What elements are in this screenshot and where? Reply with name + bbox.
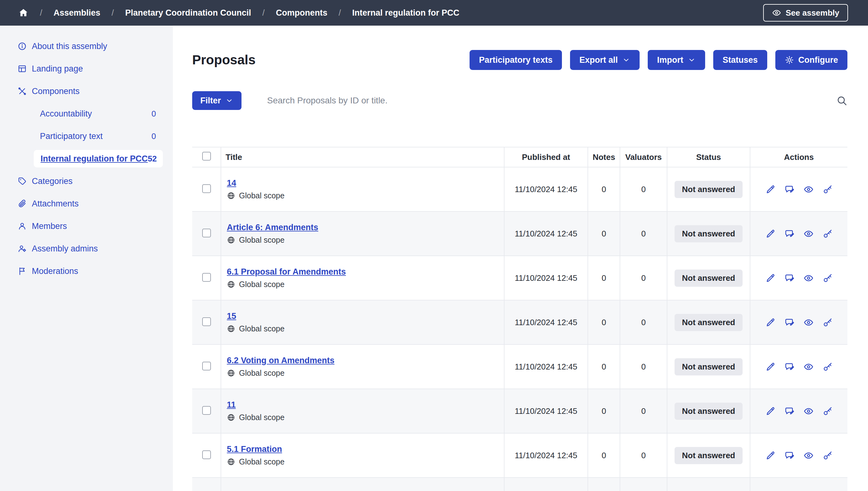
proposal-scope: Global scope <box>227 457 504 466</box>
pencil-icon[interactable] <box>765 406 776 416</box>
column-header-status: Status <box>667 147 750 167</box>
pencil-icon[interactable] <box>765 273 776 283</box>
table-row: 12 <box>192 478 847 491</box>
chat-answer-icon[interactable] <box>784 317 795 328</box>
pencil-icon[interactable] <box>765 229 776 239</box>
sidebar-item-landing-page[interactable]: Landing page <box>0 57 173 80</box>
chevron-down-icon <box>688 56 696 64</box>
configure-button[interactable]: Configure <box>775 50 848 70</box>
pencil-icon[interactable] <box>765 317 776 328</box>
row-checkbox[interactable] <box>202 451 211 459</box>
notes-count: 0 <box>601 318 606 327</box>
status-badge: Not answered <box>675 358 743 375</box>
import-button[interactable]: Import <box>648 50 705 70</box>
breadcrumb-assembly-name[interactable]: Planetary Coordination Council <box>125 8 251 18</box>
pencil-icon[interactable] <box>765 451 776 461</box>
sidebar-item-about[interactable]: About this assembly <box>0 35 173 57</box>
gear-icon <box>785 55 794 65</box>
key-icon[interactable] <box>823 406 833 416</box>
key-icon[interactable] <box>823 451 833 461</box>
count-badge: 0 <box>152 132 156 141</box>
sidebar-item-categories[interactable]: Categories <box>0 170 173 193</box>
sidebar-item-components[interactable]: Components <box>0 80 173 103</box>
proposal-scope: Global scope <box>227 369 504 378</box>
statuses-button[interactable]: Statuses <box>713 50 767 70</box>
proposal-title-link[interactable]: 11 <box>227 400 236 410</box>
sidebar-item-internal-regulation[interactable]: Internal regulation for PCC 52 <box>34 150 163 167</box>
eye-icon[interactable] <box>803 451 814 461</box>
search-input[interactable] <box>267 95 836 106</box>
globe-icon <box>227 458 235 466</box>
proposal-title-link[interactable]: 14 <box>227 178 236 188</box>
key-icon[interactable] <box>823 229 833 239</box>
filter-button[interactable]: Filter <box>192 91 242 110</box>
proposals-table-body: 14 Global scope 11/10/2024 12:45 0 0 Not… <box>192 167 847 491</box>
breadcrumb-assemblies[interactable]: Assemblies <box>54 8 100 18</box>
notes-count: 0 <box>601 184 606 194</box>
breadcrumb-current-component[interactable]: Internal regulation for PCC <box>352 8 460 18</box>
sidebar-item-participatory-text[interactable]: Participatory text 0 <box>0 125 173 147</box>
status-badge: Not answered <box>675 269 743 287</box>
select-all-checkbox[interactable] <box>202 152 211 161</box>
sidebar-item-attachments[interactable]: Attachments <box>0 193 173 215</box>
pencil-icon[interactable] <box>765 362 776 372</box>
key-icon[interactable] <box>823 317 833 328</box>
eye-icon[interactable] <box>803 273 814 283</box>
proposal-title-link[interactable]: 5.1 Formation <box>227 444 282 454</box>
tools-icon <box>18 87 27 96</box>
sidebar-item-assembly-admins[interactable]: Assembly admins <box>0 237 173 260</box>
eye-icon[interactable] <box>803 362 814 372</box>
published-at-value: 11/10/2024 12:45 <box>515 362 577 371</box>
eye-icon[interactable] <box>803 406 814 416</box>
pencil-icon[interactable] <box>765 184 776 195</box>
chat-answer-icon[interactable] <box>784 229 795 239</box>
status-badge: Not answered <box>675 403 743 420</box>
key-icon[interactable] <box>823 273 833 283</box>
proposal-title-link[interactable]: 6.2 Voting on Amendments <box>227 356 335 366</box>
breadcrumb-components[interactable]: Components <box>276 8 327 18</box>
table-row: 11 Global scope 11/10/2024 12:45 0 0 Not… <box>192 389 847 433</box>
row-checkbox[interactable] <box>202 406 211 415</box>
sidebar-item-moderations[interactable]: Moderations <box>0 260 173 282</box>
eye-icon[interactable] <box>803 184 814 195</box>
count-badge: 52 <box>148 154 157 164</box>
proposal-title-link[interactable]: 15 <box>227 311 236 321</box>
breadcrumb-separator: / <box>40 8 42 18</box>
status-badge: Not answered <box>675 314 743 331</box>
notes-count: 0 <box>601 451 606 460</box>
chat-answer-icon[interactable] <box>784 184 795 195</box>
chat-answer-icon[interactable] <box>784 406 795 416</box>
home-icon[interactable] <box>18 7 29 18</box>
globe-icon <box>227 324 235 333</box>
eye-icon[interactable] <box>803 317 814 328</box>
proposal-scope: Global scope <box>227 413 504 422</box>
row-actions <box>750 406 847 416</box>
globe-icon <box>227 192 235 200</box>
toolbar: Participatory texts Export all Import St… <box>470 50 847 70</box>
chat-answer-icon[interactable] <box>784 273 795 283</box>
proposal-title-link[interactable]: Article 6: Amendments <box>227 223 318 232</box>
search-icon[interactable] <box>836 95 847 106</box>
row-checkbox[interactable] <box>202 317 211 326</box>
export-all-button[interactable]: Export all <box>570 50 640 70</box>
row-checkbox[interactable] <box>202 362 211 370</box>
notes-count: 0 <box>601 362 606 371</box>
see-assembly-button[interactable]: See assembly <box>763 4 848 22</box>
sidebar-item-members[interactable]: Members <box>0 215 173 237</box>
chat-answer-icon[interactable] <box>784 362 795 372</box>
key-icon[interactable] <box>823 362 833 372</box>
breadcrumb: / Assemblies / Planetary Coordination Co… <box>18 7 459 18</box>
row-checkbox[interactable] <box>202 229 211 237</box>
proposals-table: Title Published at Notes Valuators Statu… <box>192 147 847 491</box>
row-checkbox[interactable] <box>202 184 211 193</box>
sidebar-item-accountability[interactable]: Accountability 0 <box>0 103 173 125</box>
chat-answer-icon[interactable] <box>784 451 795 461</box>
published-at-value: 11/10/2024 12:45 <box>515 406 577 416</box>
key-icon[interactable] <box>823 184 833 195</box>
status-badge: Not answered <box>675 225 743 242</box>
eye-icon[interactable] <box>803 229 814 239</box>
row-checkbox[interactable] <box>202 273 211 282</box>
column-header-actions: Actions <box>750 147 847 167</box>
participatory-texts-button[interactable]: Participatory texts <box>470 50 562 70</box>
proposal-title-link[interactable]: 6.1 Proposal for Amendments <box>227 267 346 277</box>
